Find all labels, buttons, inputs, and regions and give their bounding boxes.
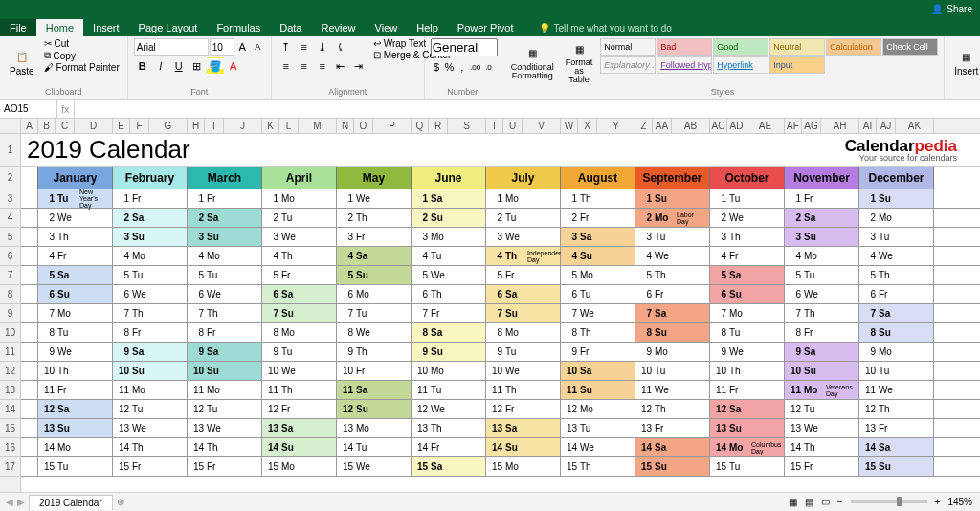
day-cell[interactable]: 15Fr: [785, 457, 859, 476]
tab-review[interactable]: Review: [311, 19, 365, 36]
day-cell[interactable]: 9Tu: [262, 343, 337, 361]
day-cell[interactable]: 3Tu: [859, 228, 934, 246]
italic-button[interactable]: I: [152, 57, 169, 75]
comma-button[interactable]: ,: [457, 58, 468, 76]
day-cell[interactable]: 8Fr: [113, 323, 188, 342]
day-cell[interactable]: 1Su: [859, 189, 934, 208]
share-button[interactable]: 👤Share: [931, 4, 972, 14]
col-header[interactable]: J: [224, 119, 262, 133]
day-cell[interactable]: 12Fr: [262, 400, 337, 418]
day-cell[interactable]: 6Sa: [262, 285, 337, 303]
day-cell[interactable]: 15Fr: [188, 457, 262, 476]
day-cell[interactable]: 12Th: [859, 400, 934, 418]
name-box[interactable]: AO15: [0, 100, 57, 118]
day-cell[interactable]: 7Th: [785, 304, 859, 322]
day-cell[interactable]: 6Fr: [635, 285, 710, 303]
col-header[interactable]: Z: [635, 119, 653, 133]
col-header[interactable]: AF: [785, 119, 802, 133]
day-cell[interactable]: 4Th: [262, 247, 337, 265]
day-cell[interactable]: 13We: [785, 419, 859, 437]
increase-font-button[interactable]: A: [235, 38, 250, 56]
format-painter-button[interactable]: 🖌Format Painter: [42, 62, 122, 73]
row-header[interactable]: 13: [0, 381, 20, 400]
day-cell[interactable]: 8Su: [859, 323, 934, 342]
row-header[interactable]: 11: [0, 343, 20, 362]
day-cell[interactable]: 4ThIndependence Day: [486, 247, 561, 265]
day-cell[interactable]: 10Sa: [561, 362, 635, 380]
day-cell[interactable]: 6Th: [412, 285, 486, 303]
row-header[interactable]: 3: [0, 189, 20, 209]
day-cell[interactable]: 12Tu: [785, 400, 859, 418]
col-header[interactable]: X: [578, 119, 597, 133]
day-cell[interactable]: 5Tu: [113, 266, 188, 284]
day-cell[interactable]: 7We: [561, 304, 635, 322]
col-header[interactable]: W: [561, 119, 578, 133]
col-header[interactable]: T: [486, 119, 503, 133]
day-cell[interactable]: 14Sa: [635, 438, 710, 456]
day-cell[interactable]: 2Sa: [785, 209, 859, 227]
decrease-decimal-button[interactable]: .0: [482, 58, 494, 76]
col-header[interactable]: S: [448, 119, 486, 133]
day-cell[interactable]: 4Mo: [785, 247, 859, 265]
day-cell[interactable]: 12We: [412, 400, 486, 418]
align-left-button[interactable]: ≡: [278, 57, 295, 75]
day-cell[interactable]: 12Fr: [486, 400, 561, 418]
day-cell[interactable]: 3We: [486, 228, 561, 246]
row-headers[interactable]: 1234567891011121314151617: [0, 134, 21, 492]
day-cell[interactable]: 13Sa: [262, 419, 337, 437]
day-cell[interactable]: 5Sa: [38, 266, 113, 284]
col-header[interactable]: D: [75, 119, 113, 133]
day-cell[interactable]: 15Fr: [113, 457, 188, 476]
col-header[interactable]: E: [113, 119, 130, 133]
border-button[interactable]: ⊞: [189, 57, 206, 75]
zoom-in-button[interactable]: +: [935, 497, 941, 507]
col-header[interactable]: N: [337, 119, 354, 133]
day-cell[interactable]: 6We: [113, 285, 188, 303]
copy-button[interactable]: ⧉Copy: [42, 50, 122, 61]
day-cell[interactable]: 1Th: [561, 189, 635, 208]
col-header[interactable]: AE: [746, 119, 785, 133]
row-header[interactable]: 6: [0, 247, 20, 266]
day-cell[interactable]: 5Th: [635, 266, 710, 284]
col-header[interactable]: I: [205, 119, 224, 133]
day-cell[interactable]: 3Fr: [337, 228, 412, 246]
day-cell[interactable]: 13Sa: [486, 419, 561, 437]
day-cell[interactable]: 14Th: [785, 438, 859, 456]
style-neutral[interactable]: Neutral: [769, 38, 825, 56]
day-cell[interactable]: 8Tu: [38, 323, 113, 342]
day-cell[interactable]: 5Th: [859, 266, 934, 284]
day-cell[interactable]: 8Su: [635, 323, 710, 342]
col-header[interactable]: AG: [802, 119, 821, 133]
align-right-button[interactable]: ≡: [314, 57, 331, 75]
col-header[interactable]: B: [38, 119, 56, 133]
day-cell[interactable]: 13Fr: [635, 419, 710, 437]
day-cell[interactable]: 7Th: [113, 304, 188, 322]
tab-help[interactable]: Help: [407, 19, 448, 36]
column-headers[interactable]: ABCDEFGHIJKLMNOPQRSTUVWXYZAAABACADAEAFAG…: [0, 119, 980, 134]
percent-button[interactable]: %: [443, 58, 455, 76]
day-cell[interactable]: 5Mo: [561, 266, 635, 284]
day-cell[interactable]: 8Mo: [486, 323, 561, 342]
day-cell[interactable]: 7Su: [486, 304, 561, 322]
day-cell[interactable]: 8Fr: [188, 323, 262, 342]
day-cell[interactable]: 10Th: [38, 362, 113, 380]
view-pagebreak-button[interactable]: ▭: [821, 497, 830, 507]
tab-data[interactable]: Data: [270, 19, 311, 36]
zoom-level[interactable]: 145%: [947, 497, 972, 507]
day-cell[interactable]: 14Su: [486, 438, 561, 456]
day-cell[interactable]: 5We: [412, 266, 486, 284]
font-color-button[interactable]: A: [225, 57, 242, 75]
day-cell[interactable]: 10Tu: [635, 362, 710, 380]
day-cell[interactable]: 12Th: [635, 400, 710, 418]
day-cell[interactable]: 9Fr: [561, 343, 635, 361]
tab-home[interactable]: Home: [36, 19, 83, 36]
new-sheet-button[interactable]: ⊕: [117, 497, 124, 507]
align-middle-button[interactable]: ≡: [296, 38, 313, 56]
row-header[interactable]: 7: [0, 266, 20, 285]
day-cell[interactable]: 3Mo: [412, 228, 486, 246]
day-cell[interactable]: 1Tu: [710, 189, 785, 208]
day-cell[interactable]: 4Tu: [412, 247, 486, 265]
font-size-select[interactable]: [210, 38, 234, 56]
day-cell[interactable]: 3Su: [113, 228, 188, 246]
day-cell[interactable]: 13Tu: [561, 419, 635, 437]
